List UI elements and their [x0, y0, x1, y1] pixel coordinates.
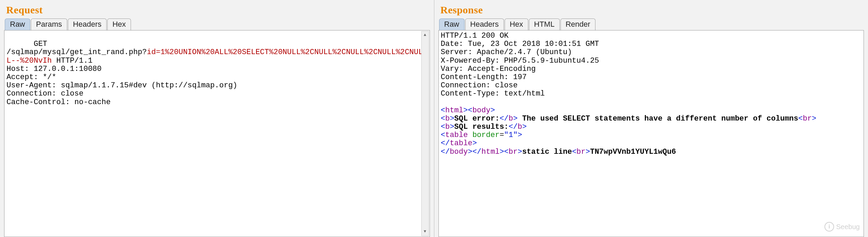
- tag-b: b: [518, 123, 522, 131]
- tag-br: br: [803, 114, 812, 123]
- eq: =: [499, 131, 504, 139]
- response-tabs: RawHeadersHexHTMLRender: [439, 18, 864, 30]
- tag-open: <: [798, 114, 803, 123]
- tag-body: body: [472, 106, 491, 115]
- response-title: Response: [441, 4, 864, 16]
- attr-border: border: [472, 131, 499, 139]
- tag-close: >: [491, 106, 495, 115]
- tag-close: >: [586, 148, 590, 156]
- response-content[interactable]: HTTP/1.1 200 OK Date: Tue, 23 Oct 2018 1…: [438, 30, 864, 237]
- tag-open: <: [468, 106, 472, 115]
- tag-b: b: [509, 114, 513, 123]
- response-headers: Date: Tue, 23 Oct 2018 10:01:51 GMT Serv…: [441, 40, 599, 98]
- request-title: Request: [6, 4, 430, 16]
- sql-error-label: SQL error:: [454, 114, 499, 123]
- tag-open: <: [504, 148, 508, 156]
- tag-body: body: [450, 148, 468, 156]
- tag-html: html: [445, 106, 463, 115]
- tab-hex[interactable]: Hex: [107, 18, 131, 30]
- tag-open: <: [441, 123, 445, 131]
- tag-open: </: [499, 114, 508, 123]
- static-line: static line: [522, 148, 572, 156]
- tag-b: b: [445, 114, 450, 123]
- tag-open: </: [441, 148, 450, 156]
- tag-close: >: [522, 123, 527, 131]
- tag-close: >: [463, 106, 468, 115]
- tag-br: br: [577, 148, 586, 156]
- request-headers: Host: 127.0.0.1:10080 Accept: */* User-A…: [7, 65, 237, 107]
- tag-open: </: [509, 123, 518, 131]
- tag-close: >: [518, 131, 522, 139]
- tag-close: >: [450, 114, 454, 123]
- tag-br: br: [509, 148, 518, 156]
- status-line: HTTP/1.1 200 OK: [441, 32, 509, 40]
- tag-table: table: [450, 139, 472, 148]
- tag-open: <: [441, 131, 445, 139]
- http-version: HTTP/1.1: [52, 57, 93, 65]
- tag-open: </: [472, 148, 481, 156]
- sql-error-text: The used SELECT statements have a differ…: [518, 114, 798, 123]
- tag-table: table: [445, 131, 468, 139]
- rand-token: TN7wpVVnb1YUYL1wQu6: [590, 148, 676, 156]
- attr-val: "1": [504, 131, 518, 139]
- tag-close: >: [812, 114, 816, 123]
- tag-close: >: [472, 139, 477, 148]
- scroll-down-icon[interactable]: ▼: [422, 228, 429, 236]
- response-panel: Response RawHeadersHexHTMLRender HTTP/1.…: [434, 0, 868, 237]
- tab-raw[interactable]: Raw: [5, 18, 30, 30]
- tab-headers[interactable]: Headers: [465, 18, 504, 30]
- tag-close: >: [518, 148, 522, 156]
- request-panel: Request RawParamsHeadersHex GET/sqlmap/m…: [0, 0, 434, 237]
- request-scrollbar[interactable]: ▲ ▼: [421, 31, 429, 236]
- tag-open: <: [572, 148, 576, 156]
- tag-open: <: [441, 106, 445, 115]
- request-content[interactable]: GET/sqlmap/mysql/get_int_rand.php?id=1%2…: [4, 30, 430, 237]
- tag-b: b: [445, 123, 450, 131]
- request-tabs: RawParamsHeadersHex: [5, 18, 430, 30]
- tag-open: </: [441, 139, 450, 148]
- tab-hex[interactable]: Hex: [505, 18, 528, 30]
- scroll-up-icon[interactable]: ▲: [422, 32, 429, 39]
- tab-headers[interactable]: Headers: [68, 18, 107, 30]
- tab-params[interactable]: Params: [31, 18, 67, 30]
- sql-results-label: SQL results:: [454, 123, 508, 131]
- tag-close: >: [513, 114, 518, 123]
- tag-close: >: [468, 148, 472, 156]
- tag-html: html: [481, 148, 499, 156]
- tab-html[interactable]: HTML: [529, 18, 560, 30]
- tab-raw[interactable]: Raw: [439, 18, 465, 30]
- tag-close: >: [450, 123, 454, 131]
- request-path: /sqlmap/mysql/get_int_rand.php?: [7, 48, 147, 57]
- tag-open: <: [441, 114, 445, 123]
- http-method: GET: [34, 40, 47, 48]
- tag-close: >: [499, 148, 504, 156]
- tab-render[interactable]: Render: [560, 18, 595, 30]
